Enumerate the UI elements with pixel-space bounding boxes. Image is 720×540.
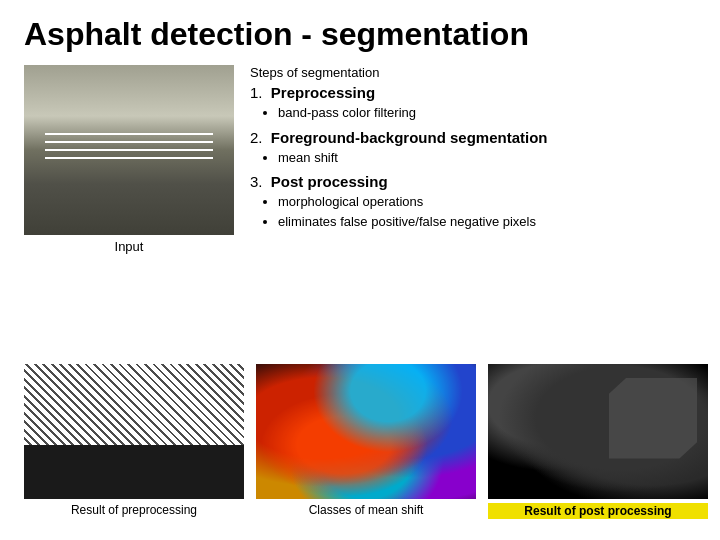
step-3-number: 3. [250, 173, 263, 190]
preprocessing-block: Result of preprocessing [24, 364, 244, 524]
step-2-label: Foreground-background segmentation [271, 129, 548, 146]
step-2-header: 2. Foreground-background segmentation [250, 129, 696, 146]
steps-heading: Steps of segmentation [250, 65, 696, 80]
page: Asphalt detection - segmentation Input S… [0, 0, 720, 540]
step-2: 2. Foreground-background segmentation me… [250, 129, 696, 168]
step-1-bullets: band-pass color filtering [270, 103, 696, 123]
step-1: 1. Preprocessing band-pass color filteri… [250, 84, 696, 123]
step-3-label: Post processing [271, 173, 388, 190]
step-3-bullet-1: morphological operations [278, 192, 696, 212]
step-2-bullet-1: mean shift [278, 148, 696, 168]
step-1-label: Preprocessing [271, 84, 375, 101]
step-3: 3. Post processing morphological operati… [250, 173, 696, 231]
postprocessing-image [488, 364, 708, 499]
step-3-header: 3. Post processing [250, 173, 696, 190]
input-image [24, 65, 234, 235]
preprocessing-image [24, 364, 244, 499]
meanshift-block: Classes of mean shift [256, 364, 476, 524]
preprocessing-label: Result of preprocessing [24, 503, 244, 517]
step-2-number: 2. [250, 129, 263, 146]
step-3-bullets: morphological operations eliminates fals… [270, 192, 696, 231]
step-1-number: 1. [250, 84, 263, 101]
bottom-row: Result of preprocessing Classes of mean … [24, 364, 696, 524]
page-title: Asphalt detection - segmentation [24, 16, 696, 53]
input-image-block: Input [24, 65, 234, 356]
input-image-label: Input [24, 239, 234, 254]
meanshift-image [256, 364, 476, 499]
content-row: Input Steps of segmentation 1. Preproces… [24, 65, 696, 356]
meanshift-label: Classes of mean shift [256, 503, 476, 517]
step-2-bullets: mean shift [270, 148, 696, 168]
step-1-header: 1. Preprocessing [250, 84, 696, 101]
postprocessing-label: Result of post processing [488, 503, 708, 519]
postprocessing-block: Result of post processing [488, 364, 708, 524]
steps-block: Steps of segmentation 1. Preprocessing b… [250, 65, 696, 356]
step-3-bullet-2: eliminates false positive/false negative… [278, 212, 696, 232]
step-1-bullet-1: band-pass color filtering [278, 103, 696, 123]
input-image-visual [24, 65, 234, 235]
